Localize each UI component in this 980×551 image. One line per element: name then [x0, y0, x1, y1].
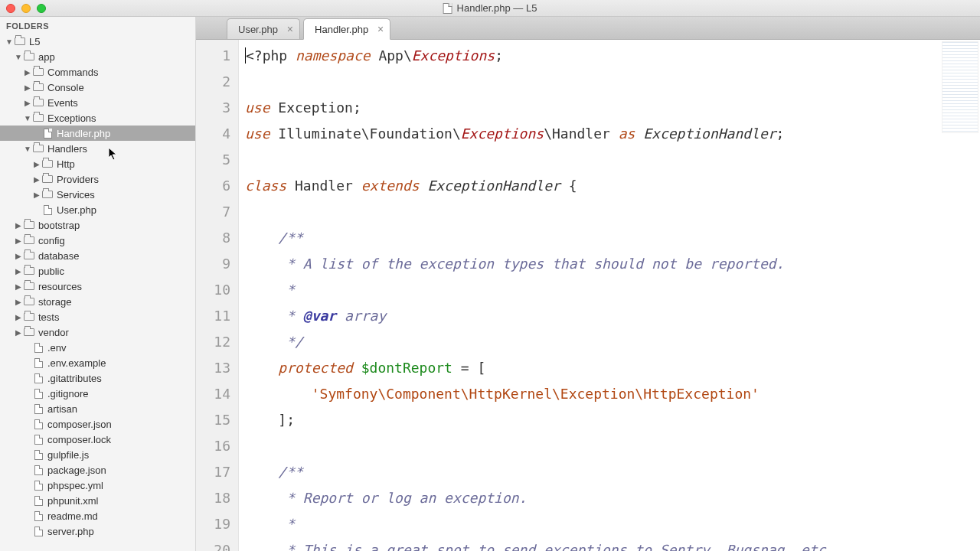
disclosure-arrow-icon[interactable]	[32, 175, 41, 184]
tree-folder[interactable]: resources	[0, 279, 195, 294]
tab[interactable]: Handler.php×	[303, 18, 390, 40]
tree-folder[interactable]: vendor	[0, 324, 195, 340]
tree-label: storage	[38, 296, 71, 308]
tree-folder[interactable]: Providers	[0, 171, 195, 187]
tree-folder[interactable]: Http	[0, 156, 195, 171]
tree-folder[interactable]: Console	[0, 80, 195, 95]
disclosure-arrow-icon[interactable]	[14, 53, 23, 61]
tree-label: config	[38, 235, 65, 246]
tree-file[interactable]: composer.json	[0, 416, 195, 432]
tree-label: gulpfile.js	[47, 449, 89, 461]
code-container: 1234567891011121314151617181920 <?php na…	[196, 40, 980, 551]
folder-closed-icon	[23, 235, 35, 246]
tree-file[interactable]: artisan	[0, 401, 195, 416]
tree-file[interactable]: package.json	[0, 462, 195, 478]
tree-file[interactable]: gulpfile.js	[0, 447, 195, 462]
tree-folder[interactable]: app	[0, 49, 195, 64]
disclosure-arrow-icon[interactable]	[23, 145, 32, 153]
tree-folder[interactable]: bootstrap	[0, 217, 195, 233]
file-ico-icon	[41, 204, 54, 215]
sidebar: FOLDERS L5appCommandsConsoleEventsExcept…	[0, 17, 196, 551]
tree-folder[interactable]: Commands	[0, 64, 195, 80]
tree-file[interactable]: composer.lock	[0, 432, 195, 447]
disclosure-arrow-icon[interactable]	[14, 236, 23, 245]
tree-label: app	[38, 51, 55, 63]
disclosure-arrow-icon[interactable]	[14, 313, 23, 321]
window-title-text: Handler.php — L5	[457, 2, 537, 14]
tree-label: phpspec.yml	[47, 480, 103, 491]
disclosure-arrow-icon[interactable]	[14, 282, 23, 291]
folder-closed-icon	[23, 281, 35, 292]
tree-folder[interactable]: storage	[0, 294, 195, 309]
file-ico-icon	[41, 128, 54, 139]
tree-label: readme.md	[47, 510, 98, 522]
disclosure-arrow-icon[interactable]	[14, 298, 23, 306]
close-icon[interactable]	[6, 4, 15, 13]
folder-tree: L5appCommandsConsoleEventsExceptionsHand…	[0, 34, 195, 539]
tree-label: resources	[38, 281, 82, 292]
sidebar-header: FOLDERS	[0, 17, 195, 34]
disclosure-arrow-icon[interactable]	[5, 37, 14, 46]
folder-open-icon	[32, 112, 44, 123]
tree-label: artisan	[47, 403, 77, 415]
folder-closed-icon	[32, 82, 44, 93]
tree-folder[interactable]: public	[0, 263, 195, 279]
tree-label: Http	[57, 158, 75, 170]
tree-folder[interactable]: Events	[0, 95, 195, 110]
tree-folder[interactable]: database	[0, 248, 195, 263]
minimize-icon[interactable]	[21, 4, 31, 13]
tree-folder[interactable]: Services	[0, 187, 195, 202]
folder-closed-icon	[32, 97, 44, 108]
tree-file[interactable]: .env	[0, 340, 195, 355]
document-icon	[443, 3, 452, 14]
disclosure-arrow-icon[interactable]	[23, 83, 32, 92]
disclosure-arrow-icon[interactable]	[14, 328, 23, 337]
disclosure-arrow-icon[interactable]	[23, 68, 32, 77]
disclosure-arrow-icon[interactable]	[14, 267, 23, 276]
tree-file[interactable]: .env.example	[0, 355, 195, 370]
file-ico-icon	[32, 373, 44, 383]
tree-file[interactable]: readme.md	[0, 508, 195, 523]
tree-label: bootstrap	[38, 220, 80, 231]
tree-label: Handler.php	[57, 128, 110, 139]
tree-folder[interactable]: config	[0, 233, 195, 248]
tree-file[interactable]: phpunit.xml	[0, 493, 195, 508]
disclosure-arrow-icon[interactable]	[14, 252, 23, 260]
folder-closed-icon	[41, 189, 54, 200]
tree-file[interactable]: .gitignore	[0, 386, 195, 401]
tree-folder[interactable]: Exceptions	[0, 110, 195, 126]
close-icon[interactable]: ×	[377, 24, 384, 34]
file-ico-icon	[32, 434, 44, 445]
disclosure-arrow-icon[interactable]	[32, 160, 41, 168]
tree-folder[interactable]: L5	[0, 34, 195, 49]
disclosure-arrow-icon[interactable]	[32, 191, 41, 199]
tree-file[interactable]: phpspec.yml	[0, 478, 195, 493]
tree-file[interactable]: User.php	[0, 202, 195, 217]
close-icon[interactable]: ×	[287, 24, 293, 34]
tree-label: database	[38, 250, 80, 262]
tree-label: package.json	[47, 465, 106, 476]
tree-file[interactable]: .gitattributes	[0, 370, 195, 386]
file-ico-icon	[32, 495, 44, 506]
tree-file[interactable]: Handler.php	[0, 126, 195, 141]
tree-folder[interactable]: tests	[0, 309, 195, 324]
tree-label: .env.example	[47, 357, 106, 369]
folder-closed-icon	[23, 250, 35, 261]
file-ico-icon	[32, 510, 44, 521]
folder-closed-icon	[41, 158, 54, 169]
folder-closed-icon	[23, 311, 35, 322]
tab[interactable]: User.php×	[227, 18, 300, 39]
code-area[interactable]: <?php namespace App\Exceptions; use Exce…	[239, 40, 980, 551]
window-controls	[6, 4, 46, 13]
disclosure-arrow-icon[interactable]	[23, 114, 32, 122]
folder-closed-icon	[32, 67, 44, 77]
tree-folder[interactable]: Handlers	[0, 141, 195, 156]
tree-label: Providers	[57, 174, 99, 185]
tree-label: Services	[57, 189, 95, 201]
minimap[interactable]	[942, 41, 978, 133]
tree-label: phpunit.xml	[47, 495, 98, 507]
disclosure-arrow-icon[interactable]	[14, 221, 23, 230]
tree-file[interactable]: server.php	[0, 523, 195, 539]
disclosure-arrow-icon[interactable]	[23, 99, 32, 107]
maximize-icon[interactable]	[37, 4, 46, 13]
